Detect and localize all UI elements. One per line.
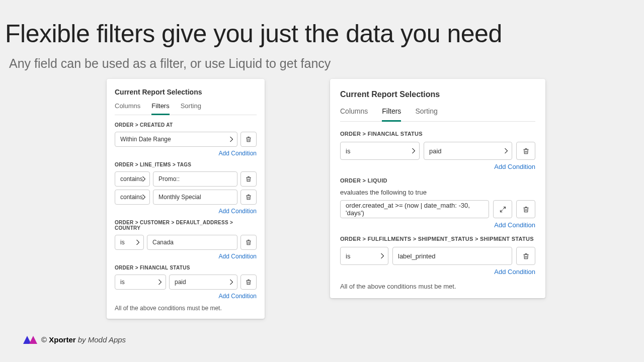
value-input[interactable]: label_printed [392, 247, 512, 265]
expand-icon [499, 206, 507, 213]
delete-button[interactable] [240, 132, 257, 147]
card-left: Current Report Selections Columns Filter… [107, 79, 265, 319]
delete-button[interactable] [516, 247, 535, 265]
add-condition[interactable]: Add Condition [115, 208, 257, 215]
filter-label: ORDER > CREATED AT [115, 122, 257, 128]
operator-select[interactable]: is [115, 275, 166, 290]
filter-label: ORDER > LIQUID [340, 177, 535, 184]
tab-columns[interactable]: Columns [340, 107, 368, 122]
operator-select[interactable]: is [115, 235, 144, 250]
delete-button[interactable] [516, 200, 535, 218]
page-title: Flexible filters give you just the data … [0, 0, 644, 48]
trash-icon [245, 279, 252, 286]
operator-select[interactable]: is [340, 247, 388, 265]
value-select[interactable]: paid [169, 275, 237, 290]
add-condition[interactable]: Add Condition [115, 253, 257, 260]
tabs: Columns Filters Sorting [340, 107, 535, 122]
add-condition[interactable]: Add Condition [115, 150, 257, 157]
filter-row: Within Date Range [115, 132, 257, 147]
value-input[interactable]: Monthly Special [153, 190, 237, 205]
filter-row: contains Promo:: [115, 171, 257, 187]
tabs: Columns Filters Sorting [115, 102, 257, 115]
filter-label: ORDER > CUSTOMER > DEFAULT_ADDRESS > COU… [115, 220, 257, 231]
trash-icon [522, 147, 530, 155]
tab-sorting[interactable]: Sorting [415, 107, 437, 122]
cards-container: Current Report Selections Columns Filter… [0, 79, 644, 319]
delete-button[interactable] [240, 235, 257, 250]
filter-description: evaluates the following to true [340, 189, 535, 196]
filter-row: is label_printed [340, 247, 535, 265]
delete-button[interactable] [240, 275, 257, 290]
delete-button[interactable] [516, 142, 535, 160]
card-title: Current Report Selections [115, 88, 257, 96]
trash-icon [245, 194, 252, 201]
branding-text: © Xporter by Modd Apps [41, 335, 126, 344]
filter-row: order.created_at >= (now | date_math: -3… [340, 200, 535, 218]
trash-icon [522, 252, 530, 260]
filter-row: is paid [115, 275, 257, 290]
add-condition[interactable]: Add Condition [340, 163, 535, 170]
trash-icon [245, 239, 252, 246]
tab-columns[interactable]: Columns [115, 102, 140, 115]
trash-icon [522, 206, 530, 213]
branding: © Xporter by Modd Apps [23, 335, 126, 344]
card-right: Current Report Selections Columns Filter… [330, 79, 545, 298]
filter-label: ORDER > FINANCIAL STATUS [115, 265, 257, 270]
operator-select[interactable]: contains [115, 171, 150, 187]
delete-button[interactable] [240, 190, 257, 205]
card-title: Current Report Selections [340, 90, 535, 99]
footer-note: All of the above conditions must be met. [340, 283, 535, 290]
operator-select[interactable]: Within Date Range [115, 132, 237, 147]
footer-note: All of the above conditions must be met. [115, 305, 257, 312]
tab-sorting[interactable]: Sorting [181, 102, 201, 115]
trash-icon [245, 175, 252, 183]
logo-icon [23, 335, 37, 344]
filter-label: ORDER > LINE_ITEMS > TAGS [115, 162, 257, 167]
value-input[interactable]: Canada [147, 235, 237, 250]
add-condition[interactable]: Add Condition [340, 221, 535, 229]
add-condition[interactable]: Add Condition [340, 268, 535, 276]
liquid-input[interactable]: order.created_at >= (now | date_math: -3… [340, 200, 489, 218]
filter-row: contains Monthly Special [115, 190, 257, 205]
tab-filters[interactable]: Filters [151, 102, 169, 115]
expand-button[interactable] [493, 200, 512, 218]
filter-label: ORDER > FINANCIAL STATUS [340, 131, 535, 137]
value-select[interactable]: paid [424, 142, 512, 160]
page-subtitle: Any field can be used as a filter, or us… [0, 48, 644, 71]
filter-row: is Canada [115, 235, 257, 250]
delete-button[interactable] [240, 171, 257, 187]
add-condition[interactable]: Add Condition [115, 293, 257, 300]
trash-icon [245, 136, 252, 143]
operator-select[interactable]: is [340, 142, 420, 160]
filter-row: is paid [340, 142, 535, 160]
filter-label: ORDER > FULFILLMENTS > SHIPMENT_STATUS >… [340, 236, 535, 242]
value-input[interactable]: Promo:: [153, 171, 237, 187]
tab-filters[interactable]: Filters [382, 107, 401, 122]
operator-select[interactable]: contains [115, 190, 150, 205]
